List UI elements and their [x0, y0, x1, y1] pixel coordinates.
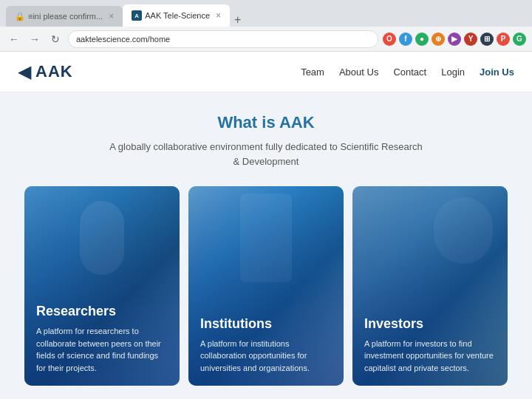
- card-institutions-title: Institutions: [200, 316, 332, 332]
- reload-button[interactable]: ↻: [47, 31, 64, 47]
- browser-toolbar-icons: O f ● ⊕ ▶ Y ⊞ P G: [383, 33, 526, 46]
- nav-about[interactable]: About Us: [339, 66, 378, 78]
- section-title: What is AAK: [15, 113, 517, 132]
- logo-bird-icon: ◀: [18, 61, 31, 82]
- website-content: ◀ AAK Team About Us Contact Login Join U…: [0, 52, 532, 399]
- tab-active-close[interactable]: ×: [216, 10, 221, 21]
- card-investors-desc: A platform for investors to find investm…: [364, 338, 496, 375]
- nav-contact[interactable]: Contact: [393, 66, 426, 78]
- browser-icon-1[interactable]: f: [399, 33, 412, 46]
- card-researchers[interactable]: Researchers A platform for researchers t…: [24, 186, 180, 386]
- address-bar[interactable]: aaktelescience.com/home: [68, 30, 378, 48]
- browser-tabs: 🔒 ≡ini please confirm... × A AAK Tele-Sc…: [6, 0, 241, 27]
- browser-icon-8[interactable]: G: [513, 33, 526, 46]
- site-nav: Team About Us Contact Login Join Us: [301, 66, 514, 78]
- tab-active-icon: A: [132, 10, 142, 21]
- card-institutions-desc: A platform for institutions collaboratio…: [200, 338, 332, 375]
- browser-icon-2[interactable]: ●: [415, 33, 429, 46]
- forward-button[interactable]: →: [27, 31, 43, 47]
- nav-join[interactable]: Join Us: [480, 66, 514, 78]
- card-institutions-content: Institutions A platform for institutions…: [188, 186, 344, 386]
- card-investors-content: Investors A platform for investors to fi…: [352, 186, 508, 386]
- address-text: aaktelescience.com/home: [76, 35, 170, 44]
- browser-icon-6[interactable]: ⊞: [480, 33, 494, 46]
- nav-login[interactable]: Login: [441, 66, 465, 78]
- logo[interactable]: ◀ AAK: [18, 61, 73, 82]
- tab-active[interactable]: A AAK Tele-Science ×: [123, 4, 230, 27]
- card-researchers-title: Researchers: [36, 304, 168, 319]
- cards-row: Researchers A platform for researchers t…: [15, 186, 517, 386]
- tab-inactive[interactable]: 🔒 ≡ini please confirm... ×: [6, 6, 123, 27]
- card-investors[interactable]: Investors A platform for investors to fi…: [352, 186, 508, 386]
- new-tab-button[interactable]: +: [234, 13, 241, 27]
- nav-team[interactable]: Team: [301, 66, 324, 78]
- main-section: What is AAK A globally collaborative env…: [0, 92, 532, 399]
- card-researchers-content: Researchers A platform for researchers t…: [24, 186, 180, 386]
- browser-nav: ← → ↻ aaktelescience.com/home O f ● ⊕ ▶ …: [0, 27, 532, 52]
- back-button[interactable]: ←: [6, 31, 22, 47]
- browser-icon-3[interactable]: ⊕: [432, 33, 445, 46]
- tab-inactive-label: ≡ini please confirm...: [28, 12, 103, 21]
- browser-chrome: 🔒 ≡ini please confirm... × A AAK Tele-Sc…: [0, 0, 532, 27]
- card-institutions[interactable]: Institutions A platform for institutions…: [188, 186, 344, 386]
- browser-icon-4[interactable]: ▶: [448, 33, 461, 46]
- tab-inactive-close[interactable]: ×: [109, 11, 114, 21]
- browser-icon-5[interactable]: Y: [464, 33, 477, 46]
- section-subtitle: A globally collaborative environment ful…: [15, 140, 517, 168]
- opera-icon[interactable]: O: [383, 33, 396, 46]
- tab-active-label: AAK Tele-Science: [145, 11, 210, 20]
- site-header: ◀ AAK Team About Us Contact Login Join U…: [0, 52, 532, 92]
- browser-icon-7[interactable]: P: [497, 33, 510, 46]
- logo-text: AAK: [35, 62, 73, 81]
- tab-favicon: 🔒: [15, 12, 25, 21]
- card-investors-title: Investors: [364, 316, 496, 332]
- card-researchers-desc: A platform for researchers to collaborat…: [36, 325, 168, 374]
